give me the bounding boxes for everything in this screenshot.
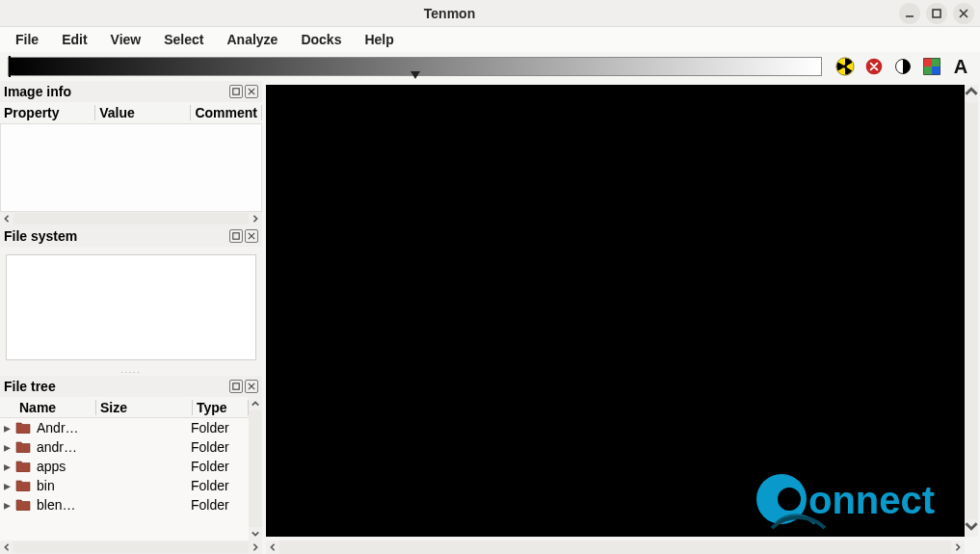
maximize-button[interactable] — [926, 3, 947, 24]
image-info-hscroll[interactable] — [0, 212, 262, 225]
panel-close-icon[interactable] — [245, 229, 258, 243]
disclosure-triangle-icon[interactable]: ▸ — [2, 478, 12, 493]
col-type[interactable]: Type — [193, 400, 249, 415]
panel-close-icon[interactable] — [245, 380, 258, 393]
scroll-track[interactable] — [13, 213, 249, 224]
minimize-button[interactable] — [899, 3, 920, 24]
row-name: andr… — [37, 439, 94, 455]
svg-rect-7 — [932, 59, 940, 66]
scroll-track[interactable] — [279, 541, 951, 554]
gradient-mid-marker[interactable] — [411, 71, 420, 79]
menubar: File Edit View Select Analyze Docks Help — [0, 27, 980, 52]
scroll-track[interactable] — [13, 541, 249, 553]
table-row[interactable]: ▸Andr…Folder — [0, 418, 249, 437]
menu-analyze[interactable]: Analyze — [217, 29, 287, 50]
folder-icon — [15, 440, 33, 454]
col-comment[interactable]: Comment — [191, 105, 262, 120]
window-title: Tenmon — [0, 6, 899, 21]
scroll-left-icon[interactable] — [0, 212, 13, 225]
col-size[interactable]: Size — [96, 400, 193, 415]
panel-close-icon[interactable] — [245, 85, 258, 98]
scroll-right-icon[interactable] — [249, 212, 262, 225]
disclosure-triangle-icon[interactable]: ▸ — [2, 439, 12, 455]
image-info-title: Image info — [4, 84, 71, 99]
error-icon[interactable] — [862, 55, 886, 78]
file-tree-header: File tree — [0, 376, 262, 397]
svg-rect-6 — [924, 59, 932, 66]
viewport: onnect — [262, 81, 980, 554]
folder-icon — [15, 421, 33, 435]
scroll-track[interactable] — [965, 102, 978, 519]
menu-view[interactable]: View — [101, 29, 151, 50]
stretch-gradient[interactable] — [8, 57, 822, 76]
scroll-left-icon[interactable] — [0, 541, 13, 554]
svg-rect-9 — [932, 66, 940, 74]
file-tree-rows: ▸Andr…Folder▸andr…Folder▸appsFolder▸binF… — [0, 418, 249, 541]
half-moon-icon[interactable] — [891, 55, 914, 78]
svg-rect-8 — [924, 66, 932, 74]
table-row[interactable]: ▸andr…Folder — [0, 437, 249, 457]
file-tree-vscroll[interactable] — [249, 397, 262, 541]
menu-help[interactable]: Help — [355, 29, 403, 50]
col-property[interactable]: Property — [0, 105, 95, 120]
file-tree-panel: File tree Name Size Type ▸Andr…Folder▸an… — [0, 376, 262, 554]
image-info-panel: Image info Property Value Comment — [0, 81, 262, 225]
folder-icon — [15, 498, 33, 512]
scroll-up-icon[interactable] — [249, 397, 262, 410]
sidebar: Image info Property Value Comment File s… — [0, 81, 262, 554]
image-info-columns: Property Value Comment — [0, 102, 262, 123]
file-system-body[interactable] — [6, 254, 256, 360]
gradient-black-marker[interactable] — [9, 56, 11, 77]
close-button[interactable] — [953, 3, 974, 24]
image-canvas[interactable] — [266, 85, 965, 537]
svg-rect-0 — [933, 10, 940, 17]
disclosure-triangle-icon[interactable]: ▸ — [2, 459, 12, 474]
row-name: apps — [37, 459, 94, 474]
splitter-handle[interactable]: ····· — [0, 368, 262, 376]
image-info-header: Image info — [0, 81, 262, 102]
color-grid-icon[interactable] — [920, 55, 943, 78]
col-value[interactable]: Value — [95, 105, 191, 120]
svg-rect-10 — [233, 89, 239, 94]
row-name: Andr… — [37, 420, 94, 435]
viewport-hscroll[interactable] — [266, 541, 965, 554]
file-tree-columns: Name Size Type — [0, 397, 249, 418]
scroll-up-icon[interactable] — [965, 85, 978, 102]
row-name: bin — [37, 478, 94, 493]
file-tree-hscroll[interactable] — [0, 541, 262, 554]
col-name[interactable]: Name — [0, 400, 96, 415]
panel-float-icon[interactable] — [229, 85, 243, 98]
row-type: Folder — [191, 497, 249, 513]
scroll-down-icon[interactable] — [249, 527, 262, 541]
file-system-panel: File system ····· — [0, 225, 262, 376]
svg-rect-12 — [233, 383, 239, 389]
menu-edit[interactable]: Edit — [52, 29, 96, 50]
svg-point-2 — [843, 65, 847, 68]
table-row[interactable]: ▸binFolder — [0, 476, 249, 495]
toolbar: A — [0, 52, 980, 81]
viewport-vscroll[interactable] — [965, 85, 978, 537]
menu-docks[interactable]: Docks — [291, 29, 351, 50]
file-tree-scrollarea: Name Size Type ▸Andr…Folder▸andr…Folder▸… — [0, 397, 262, 541]
disclosure-triangle-icon[interactable]: ▸ — [2, 420, 12, 435]
radiation-icon[interactable] — [834, 55, 857, 78]
panel-float-icon[interactable] — [229, 229, 243, 243]
table-row[interactable]: ▸blen…Folder — [0, 495, 249, 514]
titlebar: Tenmon — [0, 0, 980, 27]
table-row[interactable]: ▸appsFolder — [0, 457, 249, 476]
main-area: Image info Property Value Comment File s… — [0, 81, 980, 554]
row-type: Folder — [191, 459, 249, 474]
menu-select[interactable]: Select — [154, 29, 213, 50]
menu-file[interactable]: File — [6, 29, 48, 50]
row-type: Folder — [191, 420, 249, 435]
image-info-body — [0, 123, 262, 212]
scroll-right-icon[interactable] — [249, 541, 262, 554]
scroll-down-icon[interactable] — [965, 519, 978, 537]
scroll-left-icon[interactable] — [266, 541, 279, 554]
scroll-right-icon[interactable] — [951, 541, 965, 554]
text-a-icon[interactable]: A — [949, 55, 972, 78]
panel-float-icon[interactable] — [229, 380, 243, 393]
row-type: Folder — [191, 439, 249, 455]
scroll-track[interactable] — [249, 410, 262, 527]
disclosure-triangle-icon[interactable]: ▸ — [2, 497, 12, 513]
